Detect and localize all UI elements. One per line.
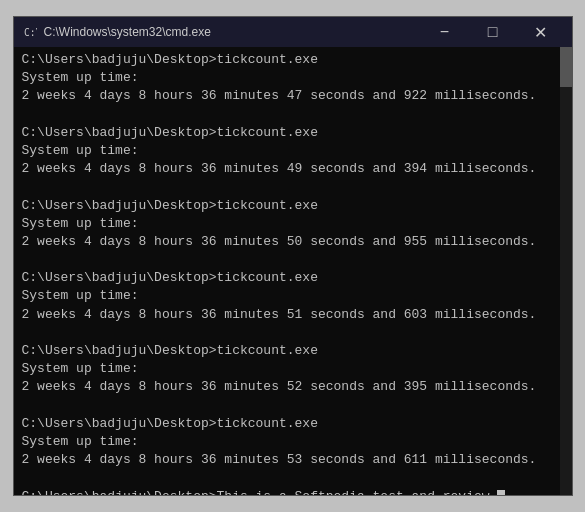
scrollbar[interactable] (560, 47, 572, 495)
minimize-button[interactable]: − (422, 17, 468, 47)
cmd-window: C:\ C:\Windows\system32\cmd.exe − □ ✕ C:… (13, 16, 573, 496)
svg-text:C:\: C:\ (23, 27, 36, 38)
cmd-icon: C:\ (22, 24, 38, 40)
terminal-output: C:\Users\badjuju\Desktop>tickcount.exe S… (22, 51, 564, 495)
maximize-button[interactable]: □ (470, 17, 516, 47)
terminal-content: C:\Users\badjuju\Desktop>tickcount.exe S… (14, 47, 572, 495)
title-bar-left: C:\ C:\Windows\system32\cmd.exe (22, 24, 211, 40)
cursor (497, 490, 505, 496)
scrollbar-thumb[interactable] (560, 47, 572, 87)
title-bar-controls: − □ ✕ (422, 17, 564, 47)
window-title: C:\Windows\system32\cmd.exe (44, 25, 211, 39)
title-bar: C:\ C:\Windows\system32\cmd.exe − □ ✕ (14, 17, 572, 47)
close-button[interactable]: ✕ (518, 17, 564, 47)
